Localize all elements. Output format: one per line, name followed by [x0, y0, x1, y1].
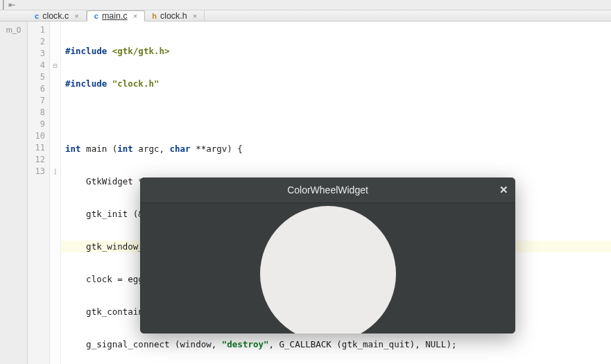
- fold-column: ⊟ ⌋: [50, 21, 61, 364]
- line-number: 11: [28, 142, 45, 154]
- c-file-icon: c: [35, 12, 39, 20]
- tab-label: clock.h: [160, 11, 187, 21]
- h-file-icon: h: [152, 12, 157, 20]
- top-toolbar: ⇤: [0, 0, 611, 10]
- editor-main: m_0 1 2 3 4 5 6 7 8 9 10 11 12 13 ⊟ ⌋ #i…: [0, 21, 611, 364]
- side-label: m_0: [6, 26, 21, 34]
- popup-body: [140, 203, 515, 333]
- color-wheel-circle[interactable]: [260, 206, 396, 334]
- line-number: 8: [28, 107, 45, 119]
- popup-titlebar[interactable]: ColorWheelWidget ✕: [140, 177, 515, 203]
- line-number: 10: [28, 130, 45, 142]
- popup-window[interactable]: ColorWheelWidget ✕: [140, 177, 515, 333]
- close-icon[interactable]: ✕: [499, 184, 508, 196]
- editor-tabs: c clock.c × c main.c × h clock.h ×: [0, 10, 611, 21]
- line-number: 4: [28, 60, 45, 71]
- line-number: 2: [28, 36, 45, 48]
- app-root: ⇤ c clock.c × c main.c × h clock.h × m_0…: [0, 0, 611, 364]
- line-number: 12: [28, 154, 45, 166]
- line-number: 6: [28, 83, 45, 95]
- side-panel-stub: m_0: [0, 21, 28, 364]
- back-arrow-icon[interactable]: ⇤: [8, 0, 15, 10]
- fold-end-icon: ⌋: [50, 166, 60, 177]
- line-number-gutter: 1 2 3 4 5 6 7 8 9 10 11 12 13: [28, 21, 50, 364]
- line-number: 3: [28, 48, 45, 60]
- line-number: 9: [28, 119, 45, 130]
- close-icon[interactable]: ×: [133, 12, 137, 20]
- close-icon[interactable]: ×: [74, 12, 78, 20]
- popup-title-text: ColorWheelWidget: [287, 184, 368, 196]
- tab-label: clock.c: [42, 11, 69, 21]
- tab-clock-h[interactable]: h clock.h ×: [145, 10, 205, 21]
- line-number: 1: [28, 24, 45, 36]
- line-number: 7: [28, 95, 45, 107]
- line-number: 5: [28, 71, 45, 83]
- tab-clock-c[interactable]: c clock.c ×: [28, 10, 87, 21]
- line-number: 13: [28, 166, 45, 177]
- close-icon[interactable]: ×: [193, 12, 197, 20]
- toolbar-grip-icon: [3, 0, 4, 10]
- fold-toggle-icon[interactable]: ⊟: [50, 60, 60, 71]
- c-file-icon: c: [94, 12, 98, 20]
- tab-label: main.c: [102, 11, 128, 21]
- tab-main-c[interactable]: c main.c ×: [87, 10, 145, 21]
